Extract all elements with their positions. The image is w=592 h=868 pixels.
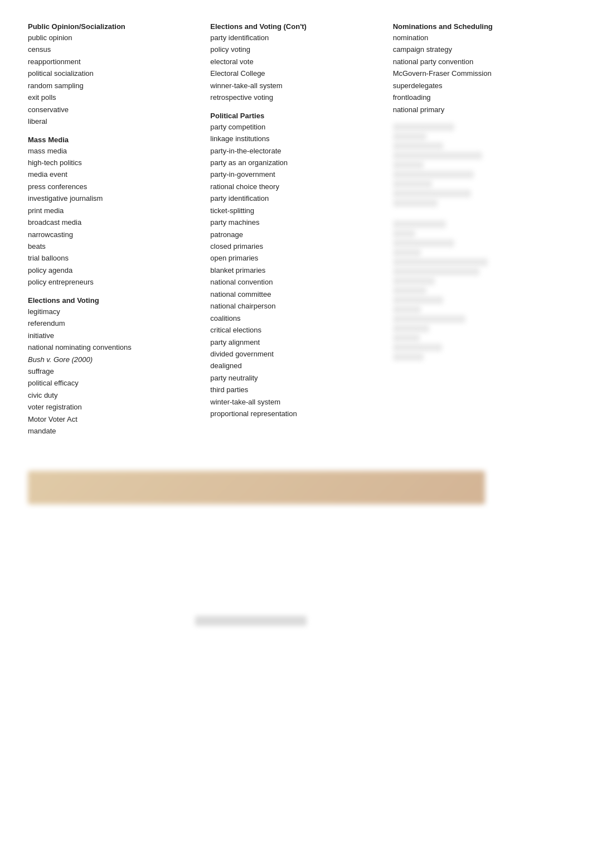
section-title-elections-voting: Elections and Voting xyxy=(28,296,199,305)
column-3: Nominations and Scheduling nomination ca… xyxy=(393,22,564,363)
section-title-public-opinion: Public Opinion/Socialization xyxy=(28,22,199,31)
term: proportional representation xyxy=(210,408,381,419)
terms-public-opinion: public opinion census reapportionment po… xyxy=(28,32,199,128)
term: beats xyxy=(28,240,199,252)
term: retrospective voting xyxy=(210,91,381,103)
term: party machines xyxy=(210,216,381,228)
term: political socialization xyxy=(28,67,199,79)
term: mandate xyxy=(28,425,199,437)
terms-elections-voting-col1: legitimacy referendum initiative nationa… xyxy=(28,306,199,437)
term: linkage institutions xyxy=(210,133,381,144)
blurred-text xyxy=(393,268,479,276)
term: ticket-splitting xyxy=(210,205,381,216)
footer-blurred-block xyxy=(28,471,485,504)
term: party-in-government xyxy=(210,168,381,180)
terms-nominations: nomination campaign strategy national pa… xyxy=(393,32,564,115)
term: closed primaries xyxy=(210,240,381,252)
blurred-text xyxy=(393,277,435,285)
term: superdelegates xyxy=(393,80,564,91)
term: legitimacy xyxy=(28,306,199,317)
term: high-tech politics xyxy=(28,157,199,168)
term: media event xyxy=(28,168,199,180)
term: third parties xyxy=(210,384,381,396)
term: party identification xyxy=(210,32,381,44)
blurred-text xyxy=(393,353,424,361)
blurred-text xyxy=(393,133,426,141)
term: liberal xyxy=(28,115,199,127)
term: electoral vote xyxy=(210,56,381,67)
blurred-text xyxy=(393,199,438,207)
blurred-text xyxy=(393,258,488,266)
term: national chairperson xyxy=(210,300,381,312)
terms-political-parties: party competition linkage institutions p… xyxy=(210,121,381,420)
term: party competition xyxy=(210,121,381,133)
term: mass media xyxy=(28,145,199,157)
term: national convention xyxy=(210,276,381,288)
term: critical elections xyxy=(210,324,381,336)
term: narrowcasting xyxy=(28,229,199,240)
section-title-elections-cont: Elections and Voting (Con't) xyxy=(210,22,381,31)
blurred-text xyxy=(393,239,454,247)
blurred-text xyxy=(393,296,443,304)
section-title-nominations: Nominations and Scheduling xyxy=(393,22,564,31)
term: exit polls xyxy=(28,91,199,103)
blurred-text xyxy=(393,334,420,342)
bottom-blurred-label xyxy=(195,616,307,626)
term: party identification xyxy=(210,192,381,204)
blurred-text xyxy=(393,344,442,351)
term: blanket primaries xyxy=(210,264,381,276)
term: national committee xyxy=(210,288,381,300)
blurred-text xyxy=(393,249,421,257)
term: winner-take-all system xyxy=(210,80,381,91)
term: conservative xyxy=(28,104,199,115)
blurred-text xyxy=(393,220,446,228)
term: national nominating conventions xyxy=(28,341,199,353)
term: divided government xyxy=(210,348,381,360)
blurred-text xyxy=(393,230,415,238)
term: civic duty xyxy=(28,389,199,401)
blurred-section-1 xyxy=(393,123,564,207)
term: investigative journalism xyxy=(28,192,199,204)
blurred-text xyxy=(393,325,429,332)
term: patronage xyxy=(210,229,381,240)
section-title-mass-media: Mass Media xyxy=(28,136,199,144)
term: frontloading xyxy=(393,91,564,103)
blurred-text xyxy=(393,306,421,314)
term: party neutrality xyxy=(210,372,381,384)
term: policy agenda xyxy=(28,264,199,276)
term: voter registration xyxy=(28,401,199,413)
terms-elections-cont: party identification policy voting elect… xyxy=(210,32,381,104)
term: rational choice theory xyxy=(210,181,381,192)
term: suffrage xyxy=(28,365,199,377)
section-title-political-parties: Political Parties xyxy=(210,112,381,120)
term: broadcast media xyxy=(28,216,199,228)
term: national primary xyxy=(393,104,564,115)
term: McGovern-Fraser Commission xyxy=(393,67,564,79)
term: policy entrepreneurs xyxy=(28,276,199,288)
blurred-text xyxy=(393,180,432,188)
main-content: Public Opinion/Socialization public opin… xyxy=(28,22,564,437)
blurred-text xyxy=(393,171,474,179)
term: initiative xyxy=(28,330,199,341)
blurred-text xyxy=(393,142,443,150)
term: political efficacy xyxy=(28,377,199,389)
terms-mass-media: mass media high-tech politics media even… xyxy=(28,145,199,288)
term-italic: Bush v. Gore (2000) xyxy=(28,354,199,365)
term: open primaries xyxy=(210,252,381,264)
term: party alignment xyxy=(210,336,381,348)
term: national party convention xyxy=(393,56,564,67)
term: campaign strategy xyxy=(393,44,564,55)
column-2: Elections and Voting (Con't) party ident… xyxy=(210,22,392,420)
blurred-text xyxy=(393,315,465,323)
term: policy voting xyxy=(210,44,381,55)
term: random sampling xyxy=(28,80,199,91)
term: census xyxy=(28,44,199,55)
blurred-text xyxy=(393,123,454,131)
blurred-text xyxy=(393,287,426,295)
term: print media xyxy=(28,205,199,216)
blurred-text xyxy=(393,190,471,197)
term: press conferences xyxy=(28,181,199,192)
column-1: Public Opinion/Socialization public opin… xyxy=(28,22,210,437)
term: party-in-the-electorate xyxy=(210,145,381,157)
blurred-text xyxy=(393,152,482,160)
